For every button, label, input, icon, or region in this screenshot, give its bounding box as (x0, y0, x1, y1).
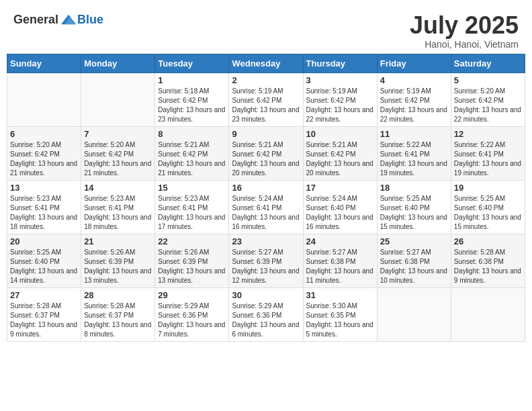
day-info: Sunrise: 5:22 AMSunset: 6:41 PMDaylight:… (380, 140, 448, 178)
day-number: 25 (380, 236, 448, 246)
weekday-header-sunday: Sunday (7, 54, 81, 73)
logo-general-text: General (13, 13, 58, 27)
day-number: 27 (10, 290, 78, 300)
day-number: 13 (10, 183, 78, 193)
day-number: 7 (84, 129, 152, 139)
calendar-day-cell (377, 287, 451, 341)
calendar-day-cell: 25Sunrise: 5:27 AMSunset: 6:38 PMDayligh… (377, 234, 451, 287)
calendar-day-cell: 21Sunrise: 5:26 AMSunset: 6:39 PMDayligh… (81, 234, 155, 287)
day-number: 2 (232, 75, 300, 85)
calendar-week-row: 27Sunrise: 5:28 AMSunset: 6:37 PMDayligh… (7, 287, 525, 341)
day-info: Sunrise: 5:30 AMSunset: 6:35 PMDaylight:… (306, 302, 374, 339)
logo-blue-text: Blue (77, 13, 103, 27)
calendar-week-row: 13Sunrise: 5:23 AMSunset: 6:41 PMDayligh… (7, 180, 525, 234)
calendar-day-cell (81, 73, 155, 126)
calendar-day-cell: 20Sunrise: 5:25 AMSunset: 6:40 PMDayligh… (7, 234, 81, 287)
day-info: Sunrise: 5:23 AMSunset: 6:41 PMDaylight:… (158, 194, 226, 232)
calendar-day-cell: 22Sunrise: 5:26 AMSunset: 6:39 PMDayligh… (155, 234, 229, 287)
day-number: 28 (84, 290, 152, 300)
day-info: Sunrise: 5:29 AMSunset: 6:36 PMDaylight:… (232, 302, 300, 339)
day-info: Sunrise: 5:23 AMSunset: 6:41 PMDaylight:… (10, 194, 78, 232)
day-info: Sunrise: 5:19 AMSunset: 6:42 PMDaylight:… (306, 87, 374, 124)
weekday-header-wednesday: Wednesday (229, 54, 303, 73)
day-number: 6 (10, 129, 78, 139)
day-info: Sunrise: 5:28 AMSunset: 6:37 PMDaylight:… (84, 302, 152, 339)
location-subtitle: Hanoi, Hanoi, Vietnam (410, 39, 519, 50)
day-number: 31 (306, 290, 374, 300)
day-number: 4 (380, 75, 448, 85)
calendar-day-cell: 18Sunrise: 5:25 AMSunset: 6:40 PMDayligh… (377, 180, 451, 234)
day-number: 20 (10, 236, 78, 246)
calendar-day-cell: 26Sunrise: 5:28 AMSunset: 6:38 PMDayligh… (451, 234, 525, 287)
calendar-day-cell: 23Sunrise: 5:27 AMSunset: 6:39 PMDayligh… (229, 234, 303, 287)
title-block: July 2025 Hanoi, Hanoi, Vietnam (410, 12, 519, 50)
day-info: Sunrise: 5:23 AMSunset: 6:41 PMDaylight:… (84, 194, 152, 232)
day-info: Sunrise: 5:29 AMSunset: 6:36 PMDaylight:… (158, 302, 226, 339)
day-info: Sunrise: 5:19 AMSunset: 6:42 PMDaylight:… (232, 87, 300, 124)
day-info: Sunrise: 5:28 AMSunset: 6:38 PMDaylight:… (454, 248, 522, 285)
day-number: 11 (380, 129, 448, 139)
calendar-week-row: 6Sunrise: 5:20 AMSunset: 6:42 PMDaylight… (7, 126, 525, 180)
calendar-table: SundayMondayTuesdayWednesdayThursdayFrid… (7, 54, 525, 342)
calendar-day-cell: 16Sunrise: 5:24 AMSunset: 6:41 PMDayligh… (229, 180, 303, 234)
calendar-day-cell: 3Sunrise: 5:19 AMSunset: 6:42 PMDaylight… (303, 73, 377, 126)
month-year-title: July 2025 (410, 12, 519, 39)
logo-icon (61, 12, 76, 27)
day-info: Sunrise: 5:21 AMSunset: 6:42 PMDaylight:… (232, 140, 300, 178)
day-number: 30 (232, 290, 300, 300)
day-number: 14 (84, 183, 152, 193)
weekday-header-saturday: Saturday (451, 54, 525, 73)
calendar-day-cell: 2Sunrise: 5:19 AMSunset: 6:42 PMDaylight… (229, 73, 303, 126)
day-number: 3 (306, 75, 374, 85)
day-info: Sunrise: 5:20 AMSunset: 6:42 PMDaylight:… (10, 140, 78, 178)
day-number: 16 (232, 183, 300, 193)
day-number: 10 (306, 129, 374, 139)
calendar-day-cell: 7Sunrise: 5:20 AMSunset: 6:42 PMDaylight… (81, 126, 155, 180)
page-header: General Blue July 2025 Hanoi, Hanoi, Vie… (7, 7, 525, 54)
weekday-header-tuesday: Tuesday (155, 54, 229, 73)
day-number: 24 (306, 236, 374, 246)
day-number: 26 (454, 236, 522, 246)
day-info: Sunrise: 5:24 AMSunset: 6:40 PMDaylight:… (306, 194, 374, 232)
day-info: Sunrise: 5:26 AMSunset: 6:39 PMDaylight:… (158, 248, 226, 285)
calendar-day-cell (7, 73, 81, 126)
day-number: 21 (84, 236, 152, 246)
calendar-day-cell: 10Sunrise: 5:21 AMSunset: 6:42 PMDayligh… (303, 126, 377, 180)
day-number: 29 (158, 290, 226, 300)
calendar-day-cell: 19Sunrise: 5:25 AMSunset: 6:40 PMDayligh… (451, 180, 525, 234)
calendar-day-cell (451, 287, 525, 341)
day-number: 23 (232, 236, 300, 246)
day-info: Sunrise: 5:26 AMSunset: 6:39 PMDaylight:… (84, 248, 152, 285)
calendar-day-cell: 28Sunrise: 5:28 AMSunset: 6:37 PMDayligh… (81, 287, 155, 341)
day-number: 9 (232, 129, 300, 139)
day-info: Sunrise: 5:19 AMSunset: 6:42 PMDaylight:… (380, 87, 448, 124)
calendar-day-cell: 5Sunrise: 5:20 AMSunset: 6:42 PMDaylight… (451, 73, 525, 126)
day-info: Sunrise: 5:27 AMSunset: 6:38 PMDaylight:… (306, 248, 374, 285)
day-info: Sunrise: 5:25 AMSunset: 6:40 PMDaylight:… (380, 194, 448, 232)
calendar-day-cell: 1Sunrise: 5:18 AMSunset: 6:42 PMDaylight… (155, 73, 229, 126)
weekday-header-monday: Monday (81, 54, 155, 73)
calendar-week-row: 1Sunrise: 5:18 AMSunset: 6:42 PMDaylight… (7, 73, 525, 126)
day-number: 8 (158, 129, 226, 139)
weekday-header-friday: Friday (377, 54, 451, 73)
calendar-day-cell: 4Sunrise: 5:19 AMSunset: 6:42 PMDaylight… (377, 73, 451, 126)
day-number: 17 (306, 183, 374, 193)
day-info: Sunrise: 5:22 AMSunset: 6:41 PMDaylight:… (454, 140, 522, 178)
day-info: Sunrise: 5:18 AMSunset: 6:42 PMDaylight:… (158, 87, 226, 124)
day-info: Sunrise: 5:20 AMSunset: 6:42 PMDaylight:… (454, 87, 522, 124)
weekday-header-row: SundayMondayTuesdayWednesdayThursdayFrid… (7, 54, 525, 73)
day-number: 12 (454, 129, 522, 139)
day-number: 15 (158, 183, 226, 193)
day-number: 22 (158, 236, 226, 246)
calendar-day-cell: 29Sunrise: 5:29 AMSunset: 6:36 PMDayligh… (155, 287, 229, 341)
day-number: 18 (380, 183, 448, 193)
day-info: Sunrise: 5:25 AMSunset: 6:40 PMDaylight:… (10, 248, 78, 285)
logo: General Blue (13, 12, 103, 27)
calendar-day-cell: 31Sunrise: 5:30 AMSunset: 6:35 PMDayligh… (303, 287, 377, 341)
calendar-day-cell: 30Sunrise: 5:29 AMSunset: 6:36 PMDayligh… (229, 287, 303, 341)
calendar-day-cell: 6Sunrise: 5:20 AMSunset: 6:42 PMDaylight… (7, 126, 81, 180)
day-info: Sunrise: 5:25 AMSunset: 6:40 PMDaylight:… (454, 194, 522, 232)
day-info: Sunrise: 5:20 AMSunset: 6:42 PMDaylight:… (84, 140, 152, 178)
day-info: Sunrise: 5:21 AMSunset: 6:42 PMDaylight:… (158, 140, 226, 178)
calendar-day-cell: 12Sunrise: 5:22 AMSunset: 6:41 PMDayligh… (451, 126, 525, 180)
